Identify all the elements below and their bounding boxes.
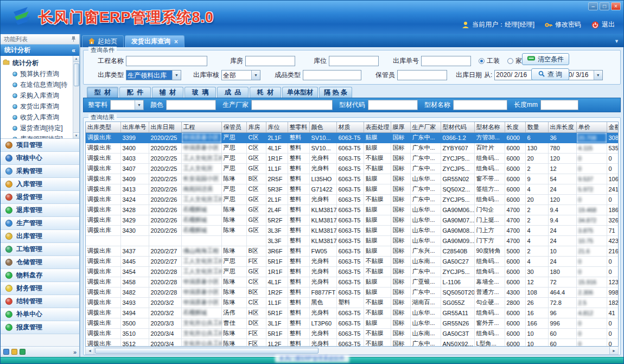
material-tab[interactable]: 配 件 <box>119 87 151 98</box>
minimize-button[interactable]: – <box>588 2 598 10</box>
tree-item[interactable]: 在途信息查询[待 <box>3 79 72 90</box>
table-row[interactable]: 调拨出库34942020/3/2石榴辉城汤伟H区5R1F整料光身料6063-T5… <box>86 308 619 318</box>
keeper-input[interactable] <box>397 70 447 80</box>
material-tab[interactable]: 单体型材 <box>282 87 318 98</box>
tree-item[interactable]: 预算执行查询 <box>3 68 72 79</box>
sidebar-module[interactable]: 物料盘存 <box>1 269 79 282</box>
table-row[interactable]: 调拨出库34132020/2/26南苑回迁房严思C区5R3F整料G7142260… <box>86 184 619 194</box>
scroll-down-icon[interactable]: ▼ <box>73 132 79 138</box>
clear-conditions-button[interactable]: 清空条件 <box>522 53 569 65</box>
material-tab[interactable]: 辅 材 <box>152 87 183 98</box>
column-header[interactable]: 出库类型 <box>86 122 120 132</box>
column-header[interactable]: 出库单号 <box>120 122 149 132</box>
sidebar-module[interactable]: 退库管理 <box>1 204 79 217</box>
table-row[interactable]: 调拨出库34072020/2/25工人文化宫严思G区1L1F整料光身料6063-… <box>86 163 619 174</box>
scroll-right-icon[interactable]: ► <box>609 347 618 354</box>
table-row[interactable]: 调拨出库35002020/3/3文化宫公共工程曹佳D区3L1F整料LT3P606… <box>86 318 619 328</box>
tab-home[interactable]: 起始页 <box>82 35 124 47</box>
table-row[interactable]: 调拨出库34242020/2/26工人文化宫工程严思G区2L1F整料光身料606… <box>86 194 619 205</box>
sidebar-module[interactable]: 工地管理 <box>1 243 79 256</box>
filter-input[interactable] <box>368 100 418 110</box>
column-header[interactable]: 型材名称 <box>474 122 505 132</box>
footer-coin-icon[interactable] <box>11 349 17 355</box>
scroll-left-icon[interactable]: ◄ <box>86 347 94 354</box>
radio-gongzhuang[interactable]: 工装 <box>479 56 500 66</box>
location-input[interactable] <box>329 56 379 66</box>
sidebar-module[interactable]: 采购管理 <box>1 165 79 178</box>
column-header[interactable]: 保管员 <box>221 122 246 132</box>
scrollbar-thumb[interactable] <box>95 348 319 354</box>
filter-input[interactable] <box>166 100 216 110</box>
sidebar-module[interactable]: 补单中心 <box>1 308 79 321</box>
column-header[interactable]: 库位 <box>266 122 288 132</box>
column-header[interactable]: 数量 <box>525 122 548 132</box>
pin-icon[interactable] <box>71 36 76 43</box>
horizontal-scrollbar[interactable]: ◄ ► <box>85 347 619 355</box>
sidebar-module[interactable]: 项目管理 <box>1 139 79 152</box>
maximize-button[interactable]: □ <box>600 2 609 10</box>
table-row[interactable]: 调拨出库34452020/2/27工人文化宫工程严思F区5R1F整料光身料606… <box>86 256 619 266</box>
table-row[interactable]: 调拨出库34282020/2/26石榴辉城陈琳G区2L4F整料KLM381760… <box>86 205 619 215</box>
scroll-up-icon[interactable]: ▲ <box>73 56 79 62</box>
table-row[interactable]: 调拨出库35122020/3/4文化宫公共工程陈琳F区1L2F整料光身料6063… <box>86 339 619 347</box>
tree-item[interactable]: 收货入库查询 <box>3 112 72 123</box>
change-password-link[interactable]: 修改密码 <box>555 20 581 29</box>
tree-scrollbar[interactable]: ▲ ▼ <box>73 56 79 138</box>
tree-root[interactable]: 统计分析 <box>3 58 72 68</box>
filter-input[interactable] <box>251 100 333 110</box>
order-no-input[interactable] <box>421 56 471 66</box>
tree-item[interactable]: 库存管理[待定] <box>3 133 72 139</box>
sidebar-group-header[interactable]: 统计分析 « <box>1 44 79 56</box>
column-header[interactable]: 工程 <box>181 122 221 132</box>
sidebar-module[interactable]: 仓储管理 <box>1 256 79 269</box>
collapse-icon[interactable]: « <box>72 47 75 54</box>
material-tab[interactable]: 隔 热 条 <box>319 87 352 98</box>
tree-item[interactable]: 发货出库查询 <box>3 101 72 112</box>
table-row[interactable]: 调拨出库34932020/3/2华润原著小区陈琳C区1L1F整料黑色塑料不贴膜国… <box>86 297 619 308</box>
column-header[interactable]: 颜色 <box>309 122 336 132</box>
tree-scrollbar-thumb[interactable] <box>74 63 79 86</box>
sidebar-module[interactable]: 出库管理 <box>1 230 79 243</box>
search-button[interactable]: 查 询 <box>531 68 569 80</box>
filter-select[interactable]: 全部▼ <box>110 100 144 110</box>
table-row[interactable]: 3L3F整料KLM38176063-T5贴膜国标山东华...GA90M09...… <box>86 235 619 246</box>
tree-item[interactable]: 退货查询[待定] <box>3 123 72 133</box>
column-header[interactable]: 材质 <box>336 122 364 132</box>
footer-monitor-icon[interactable] <box>20 349 26 355</box>
sidebar-module[interactable]: 退货管理 <box>1 191 79 204</box>
sidebar-module[interactable]: 报废管理 <box>1 321 79 334</box>
column-header[interactable]: 表面处理 <box>364 122 391 132</box>
filter-input[interactable] <box>453 100 507 110</box>
outbound-type-select[interactable]: 生产领料出库 ▼ <box>126 70 181 80</box>
column-header[interactable]: 膜厚 <box>391 122 410 132</box>
tab-overflow-icon[interactable]: ▼ <box>614 39 619 44</box>
sidebar-module[interactable]: 入库管理 <box>1 178 79 191</box>
table-row[interactable]: 调拨出库34542020/2/28工人文化宫工程严思G区1R1F整料光身料606… <box>86 266 619 277</box>
outbound-audit-select[interactable]: 全部 ▼ <box>221 70 260 80</box>
table-row[interactable]: 调拨出库34092020/2/25长安花园小区陈琳B区2R5F整料LI35HO6… <box>86 174 619 184</box>
project-name-input[interactable] <box>126 56 207 66</box>
column-header[interactable]: 金额 <box>607 122 619 132</box>
table-row[interactable]: 调拨出库33992020/2/25华润原著小区严思C区2L1F整料SV10...… <box>86 132 619 143</box>
filter-input[interactable] <box>540 100 578 110</box>
tab-shipment-outbound-query[interactable]: 发货出库查询 × <box>125 35 184 47</box>
sidebar-module[interactable]: 财务管理 <box>1 282 79 295</box>
table-row[interactable]: 调拨出库34032020/2/25工人文化宫工程严思G区1R1F整料光身料606… <box>86 153 619 163</box>
sidebar-module[interactable]: 生产管理 <box>1 217 79 230</box>
material-tab[interactable]: 玻 璃 <box>184 87 216 98</box>
table-row[interactable]: 调拨出库34002020/2/25华润原著小区严思C区4L1F整料SV10...… <box>86 143 619 153</box>
table-row[interactable]: 调拨出库34302020/2/26石榴辉城陈琳G区3L3F整料KLM381760… <box>86 225 619 235</box>
footer-window-icon[interactable] <box>3 349 9 355</box>
product-type-input[interactable] <box>303 70 361 80</box>
close-button[interactable]: × <box>611 2 621 10</box>
column-header[interactable]: 整零料 <box>288 122 309 132</box>
column-header[interactable]: 型材代码 <box>441 122 474 132</box>
warehouse-input[interactable] <box>245 56 295 66</box>
material-tab[interactable]: 耗 材 <box>250 87 281 98</box>
logout-link[interactable]: 退出 <box>602 20 615 29</box>
table-row[interactable]: 调拨出库35102020/3/4文化宫公共工程陈琳F区5R1F整料光身料6063… <box>86 328 619 339</box>
column-header[interactable]: 出库日期 <box>149 122 181 132</box>
expand-more-icon[interactable]: » <box>73 349 77 355</box>
material-tab[interactable]: 型 材 <box>87 87 118 98</box>
column-header[interactable]: 库房 <box>246 122 266 132</box>
